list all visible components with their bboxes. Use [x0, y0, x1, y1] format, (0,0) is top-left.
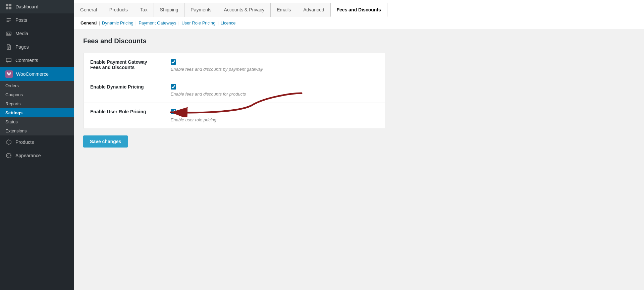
sidebar-item-woocommerce[interactable]: W WooCommerce	[0, 67, 74, 81]
field-label-payment-gateway-fees: Enable Payment GatewayFees and Discounts	[84, 53, 164, 78]
sidebar-item-reports[interactable]: Reports	[0, 99, 74, 108]
subnav-dynamic-pricing[interactable]: Dynamic Pricing	[102, 20, 133, 25]
subnav-payment-gateways[interactable]: Payment Gateways	[139, 20, 176, 25]
checkbox-dynamic-pricing[interactable]	[171, 84, 176, 90]
sidebar-item-pages[interactable]: Pages	[0, 40, 74, 54]
tab-payments[interactable]: Payments	[184, 3, 218, 17]
sidebar-item-label: Posts	[15, 17, 27, 23]
page-title: Fees and Discounts	[83, 37, 635, 45]
field-value-user-role-pricing: Enable user role pricing	[164, 103, 385, 129]
subnav-general[interactable]: General	[80, 20, 97, 25]
field-label-user-role-pricing: Enable User Role Pricing	[84, 103, 164, 129]
sidebar-item-label: Extensions	[5, 128, 27, 133]
tab-accounts-privacy[interactable]: Accounts & Privacy	[218, 3, 271, 17]
subnav-sep-3: |	[178, 20, 179, 25]
field-desc-payment-gateway-fees: Enable fees and discounts by payment gat…	[171, 67, 378, 72]
svg-rect-3	[9, 7, 11, 9]
table-row: Enable Dynamic Pricing Enable fees and d…	[84, 78, 385, 103]
top-tabs: General Products Tax Shipping Payments A…	[74, 0, 644, 17]
svg-rect-2	[6, 7, 8, 9]
field-desc-dynamic-pricing: Enable fees and discounts for products	[171, 92, 378, 97]
sidebar-item-settings[interactable]: Settings	[0, 108, 74, 117]
sidebar-item-appearance[interactable]: Appearance	[0, 149, 74, 162]
svg-rect-0	[6, 4, 8, 6]
sidebar-item-dashboard[interactable]: Dashboard	[0, 0, 74, 13]
field-value-payment-gateway-fees: Enable fees and discounts by payment gat…	[164, 53, 385, 78]
checkbox-payment-gateway-fees[interactable]	[171, 59, 176, 65]
settings-table: Enable Payment GatewayFees and Discounts…	[83, 53, 385, 129]
tab-general[interactable]: General	[74, 3, 103, 17]
field-label-dynamic-pricing: Enable Dynamic Pricing	[84, 78, 164, 103]
checkbox-wrap-payment-gateway	[171, 59, 378, 65]
woocommerce-icon: W	[5, 70, 13, 78]
table-row: Enable User Role Pricing	[84, 103, 385, 129]
sidebar-item-label: Status	[5, 119, 18, 124]
sidebar-item-label: Media	[15, 31, 28, 36]
sidebar-item-media[interactable]: Media	[0, 27, 74, 40]
sub-nav: General | Dynamic Pricing | Payment Gate…	[74, 17, 644, 29]
tab-fees-discounts[interactable]: Fees and Discounts	[330, 3, 387, 17]
subnav-sep-2: |	[136, 20, 137, 25]
sidebar-item-label: Appearance	[15, 153, 41, 158]
posts-icon	[5, 17, 12, 23]
sidebar-item-comments[interactable]: Comments	[0, 54, 74, 67]
field-value-dynamic-pricing: Enable fees and discounts for products	[164, 78, 385, 103]
settings-content: Fees and Discounts Enable Payment Gatewa…	[74, 29, 644, 290]
sidebar-item-status[interactable]: Status	[0, 117, 74, 126]
subnav-user-role-pricing[interactable]: User Role Pricing	[181, 20, 215, 25]
subnav-licence[interactable]: Licence	[221, 20, 236, 25]
sidebar-item-label: Settings	[5, 110, 22, 115]
dashboard-icon	[5, 3, 12, 10]
sidebar-item-label: Reports	[5, 101, 21, 106]
pages-icon	[5, 44, 12, 50]
woocommerce-submenu: Orders Coupons Reports Settings Status E…	[0, 81, 74, 135]
sidebar-item-posts[interactable]: Posts	[0, 13, 74, 27]
comments-icon	[5, 57, 12, 64]
sidebar-item-label: Orders	[5, 83, 19, 88]
svg-rect-4	[6, 32, 11, 36]
save-changes-button[interactable]: Save changes	[83, 135, 128, 148]
tab-products[interactable]: Products	[103, 3, 134, 17]
sidebar-item-orders[interactable]: Orders	[0, 81, 74, 90]
sidebar-item-label: Products	[15, 139, 34, 145]
tab-advanced[interactable]: Advanced	[297, 3, 330, 17]
sidebar-item-label: WooCommerce	[16, 71, 49, 77]
sidebar: Dashboard Posts Media Pages Comments W W…	[0, 0, 74, 290]
checkbox-user-role-pricing[interactable]	[171, 109, 176, 114]
sidebar-item-products[interactable]: Products	[0, 135, 74, 149]
sidebar-item-label: Dashboard	[15, 4, 39, 9]
subnav-sep-1: |	[99, 20, 100, 25]
appearance-icon	[5, 152, 12, 159]
sidebar-item-label: Comments	[15, 58, 38, 63]
table-row: Enable Payment GatewayFees and Discounts…	[84, 53, 385, 78]
tab-tax[interactable]: Tax	[134, 3, 154, 17]
subnav-sep-4: |	[217, 20, 218, 25]
checkbox-wrap-dynamic-pricing	[171, 84, 378, 90]
sidebar-item-label: Coupons	[5, 92, 23, 97]
checkbox-wrap-user-role-pricing	[171, 109, 176, 114]
main-content: General Products Tax Shipping Payments A…	[74, 0, 644, 290]
sidebar-item-label: Pages	[15, 44, 29, 50]
tab-shipping[interactable]: Shipping	[154, 3, 185, 17]
sidebar-item-coupons[interactable]: Coupons	[0, 90, 74, 99]
svg-rect-1	[9, 4, 11, 6]
products-icon	[5, 139, 12, 146]
sidebar-item-extensions[interactable]: Extensions	[0, 126, 74, 135]
tab-emails[interactable]: Emails	[270, 3, 297, 17]
field-desc-user-role-pricing: Enable user role pricing	[171, 117, 378, 122]
arrow-annotation-container	[171, 109, 176, 114]
media-icon	[5, 30, 12, 37]
